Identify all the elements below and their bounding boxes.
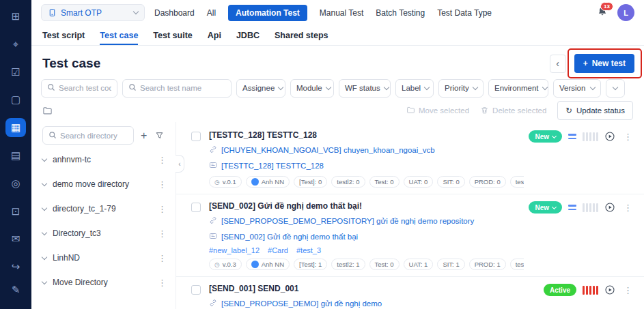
directory-item-tc-1-79[interactable]: directory_tc_1-79⋮ <box>42 196 169 221</box>
directory-search-input[interactable] <box>60 132 128 140</box>
run-test-icon[interactable] <box>604 284 615 295</box>
kebab-menu-icon[interactable]: ⋮ <box>621 132 634 142</box>
test-repo-line: [CHUYEN_KHOAN_NGOAI_VCB] chuyen_khoan_ng… <box>209 144 524 156</box>
test-badges: ◷v.0.1 Anh NN [Test]: 0 testl2: 0 Test: … <box>209 176 524 188</box>
kebab-menu-icon[interactable]: ⋮ <box>156 204 169 214</box>
collapse-back-button[interactable]: ‹ <box>550 55 566 73</box>
filter-wf-status[interactable]: WF status <box>339 79 391 98</box>
apps-grid-icon[interactable]: ⊞ <box>5 7 26 26</box>
status-badge[interactable]: New <box>529 201 562 214</box>
kebab-menu-icon[interactable]: ⋮ <box>621 285 634 295</box>
directory-item-move-directory[interactable]: Move Directory⋮ <box>42 270 169 295</box>
test-repo-link[interactable]: [SEND_PROPOSE_DEMO_REPOSITORY] gửi đề ng… <box>221 217 474 225</box>
test-repo-link[interactable]: [SEND_PROPOSE_DEMO] gửi đề nghị demo <box>221 299 382 308</box>
row-checkbox[interactable] <box>191 203 201 212</box>
table-icon[interactable]: ▤ <box>5 146 26 165</box>
copy-icon[interactable]: ⊡ <box>5 202 26 221</box>
row-checkbox[interactable] <box>191 132 201 141</box>
search-test-code-input[interactable] <box>59 84 111 92</box>
documents-icon[interactable]: ▢ <box>5 90 26 109</box>
nav-dashboard[interactable]: Dashboard <box>154 8 195 18</box>
filter-priority[interactable]: Priority <box>438 79 484 98</box>
search-test-name-box <box>122 79 232 98</box>
directory-filter-icon[interactable] <box>154 130 165 141</box>
test-ref-link[interactable]: [TESTTC_128] TESTTC_128 <box>221 162 324 170</box>
row-checkbox[interactable] <box>191 285 201 295</box>
target-icon[interactable]: ◎ <box>5 174 26 193</box>
run-test-icon[interactable] <box>604 131 615 142</box>
counter-badge: PROD: 1 <box>469 259 506 270</box>
tab-shared-steps[interactable]: Shared steps <box>275 25 328 45</box>
move-selected-button[interactable]: Move selected <box>406 106 469 116</box>
messages-icon[interactable]: ✉ <box>5 230 26 249</box>
update-status-button[interactable]: ↻ Update status <box>557 101 633 120</box>
directory-item-tc3[interactable]: Directory_tc3⋮ <box>42 221 169 246</box>
tab-api[interactable]: Api <box>208 25 221 45</box>
directory-item-anhnvm-tc[interactable]: anhnvm-tc⋮ <box>42 147 169 172</box>
directory-item-demo-move[interactable]: demo move directory⋮ <box>42 172 169 196</box>
tab-jdbc[interactable]: JDBC <box>236 25 260 45</box>
filter-assignee[interactable]: Assignee <box>236 79 285 98</box>
status-badge[interactable]: New <box>529 130 562 143</box>
counter-badge: testl2: 0 <box>331 176 365 188</box>
tasks-icon[interactable]: ☑ <box>5 63 26 82</box>
top-navigation: Dashboard All Automation Test Manual Tes… <box>154 5 492 21</box>
tab-test-script[interactable]: Test script <box>42 25 85 45</box>
update-status-label: Update status <box>576 106 625 115</box>
kebab-menu-icon[interactable]: ⋮ <box>156 229 169 239</box>
filter-environment[interactable]: Environment <box>488 79 548 98</box>
test-row[interactable]: [TESTTC_128] TESTTC_128 [CHUYEN_KHOAN_NG… <box>176 123 644 194</box>
filter-module[interactable]: Module <box>290 79 334 98</box>
hashtag-label[interactable]: #new_label_12 <box>209 246 260 254</box>
tab-test-suite[interactable]: Test suite <box>153 25 192 45</box>
directory-item-linhnd[interactable]: LinhND⋮ <box>42 246 169 270</box>
notification-bell-icon[interactable]: 13 <box>597 6 608 20</box>
filter-label[interactable]: Label <box>395 79 434 98</box>
root-folder-icon[interactable] <box>42 106 53 116</box>
search-icon <box>128 82 137 94</box>
filter-version-label: Version <box>559 84 585 92</box>
location-icon[interactable]: ⌖ <box>5 35 26 54</box>
test-repo-line: [SEND_PROPOSE_DEMO_REPOSITORY] gửi đề ng… <box>209 215 524 227</box>
module-tab-bar: Test script Test case Test suite Api JDB… <box>31 25 644 46</box>
counter-badge: UAT: 1 <box>404 259 434 270</box>
run-test-icon[interactable] <box>604 202 615 213</box>
kebab-menu-icon[interactable]: ⋮ <box>621 203 634 213</box>
test-row[interactable]: [SEND_001] SEND_001 [SEND_PROPOSE_DEMO] … <box>176 277 644 309</box>
add-directory-button[interactable]: + <box>138 128 150 143</box>
panel-collapse-handle[interactable]: ‹ <box>176 155 184 173</box>
chevron-down-icon <box>613 84 618 89</box>
user-avatar[interactable]: L <box>617 4 634 21</box>
test-repo-link[interactable]: [CHUYEN_KHOAN_NGOAI_VCB] chuyen_khoan_ng… <box>221 146 435 154</box>
filter-row: Assignee Module WF status Label Priority… <box>31 77 644 99</box>
export-icon[interactable]: ↪ <box>5 257 26 276</box>
test-ref-link[interactable]: [SEND_002] Gửi đề nghị demo thất bại <box>221 233 358 241</box>
automation-module-icon[interactable]: ▦ <box>5 118 26 137</box>
status-badge[interactable]: Active <box>544 284 576 296</box>
app-window: ⊞ ⌖ ☑ ▢ ▦ ▤ ◎ ⊡ ✉ ↪ ✎ Smart OTP Dashboar… <box>0 0 644 309</box>
tab-test-case[interactable]: Test case <box>100 25 138 45</box>
new-test-button[interactable]: +New test <box>574 54 634 73</box>
nav-all[interactable]: All <box>207 8 216 18</box>
directory-panel: + anhnvm-tc⋮ demo move directory⋮ direct… <box>31 122 176 309</box>
kebab-menu-icon[interactable]: ⋮ <box>156 155 169 165</box>
nav-test-data-type[interactable]: Test Data Type <box>437 8 492 18</box>
nav-batch-testing[interactable]: Batch Testing <box>376 8 425 18</box>
magic-wand-icon[interactable]: ✎ <box>5 280 26 299</box>
test-title: [SEND_002] Gửi đề nghị demo thất bại! <box>209 201 524 211</box>
filter-version[interactable]: Version <box>553 79 601 98</box>
new-test-annotated-area: +New test <box>574 54 634 73</box>
page-header: Test case ‹ +New test <box>31 46 644 77</box>
delete-selected-button[interactable]: Delete selected <box>480 106 546 116</box>
kebab-menu-icon[interactable]: ⋮ <box>156 278 169 288</box>
test-row[interactable]: [SEND_002] Gửi đề nghị demo thất bại! [S… <box>176 194 644 277</box>
product-selector[interactable]: Smart OTP <box>41 4 145 21</box>
kebab-menu-icon[interactable]: ⋮ <box>156 253 169 263</box>
hashtag-label[interactable]: #Card <box>268 246 288 254</box>
nav-manual-test[interactable]: Manual Test <box>320 8 363 18</box>
nav-automation-test[interactable]: Automation Test <box>228 5 307 21</box>
more-filters-button[interactable] <box>606 79 625 98</box>
kebab-menu-icon[interactable]: ⋮ <box>156 179 169 190</box>
search-test-name-input[interactable] <box>140 84 225 92</box>
hashtag-label[interactable]: #test_3 <box>296 246 321 254</box>
